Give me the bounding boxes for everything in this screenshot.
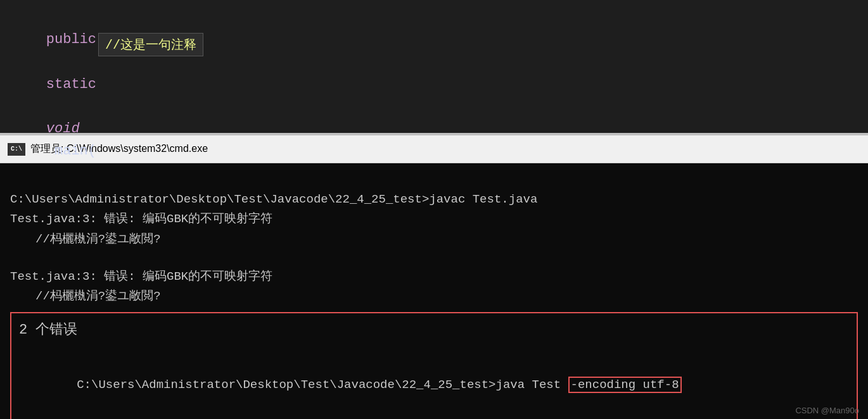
cmd-output-line2: Test.java:3: 错误: 编码GBK的不可映射字符: [10, 210, 858, 229]
cmd-final-line: C:\Users\Administrator\Desktop\Test\Java…: [19, 364, 849, 406]
keyword-void: void: [46, 121, 80, 137]
cmd-output-line3b: //杩欐槸涓?鍙ユ敞閲?: [10, 287, 858, 306]
errors-count: 2 个错误: [19, 320, 849, 339]
keyword-static: static: [46, 77, 96, 92]
comment-tooltip: //这是一句注释: [98, 33, 203, 56]
empty-line-2: [10, 249, 858, 267]
cmd-java-command: C:\Users\Administrator\Desktop\Test\Java…: [77, 378, 568, 392]
keyword-public: public: [46, 32, 96, 47]
cmd-output-line3: Test.java:3: 错误: 编码GBK的不可映射字符: [10, 267, 858, 287]
cmd-body[interactable]: C:\Users\Administrator\Desktop\Test\Java…: [0, 163, 868, 419]
empty-line-3: [19, 346, 849, 364]
code-editor: public static void main( String [] args)…: [0, 0, 868, 133]
cmd-output-line2b: //杩欐槸涓?鍙ユ敞閲?: [10, 230, 858, 249]
empty-line-1: [10, 172, 858, 190]
comment-text: //这是一句注释: [105, 38, 196, 53]
encoding-option-highlight: -encoding utf-8: [568, 377, 682, 393]
cmd-window: C:\ 管理员: C:\Windows\system32\cmd.exe C:\…: [0, 135, 868, 419]
csdn-watermark: CSDN @Man90o: [795, 406, 859, 415]
cmd-output-line1: C:\Users\Administrator\Desktop\Test\Java…: [10, 190, 858, 210]
error-count-box: 2 个错误 C:\Users\Administrator\Desktop\Tes…: [10, 312, 858, 419]
cmd-hello-world-line: Hello World: [19, 406, 849, 419]
